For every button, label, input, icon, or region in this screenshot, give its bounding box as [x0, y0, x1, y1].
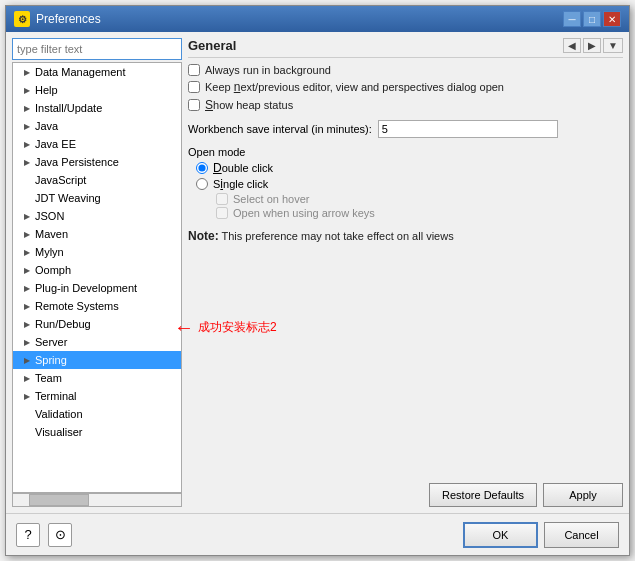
keep-editor-checkbox[interactable]	[188, 81, 200, 93]
sub-options: Select on hover Open when using arrow ke…	[216, 193, 623, 219]
tree-item-server[interactable]: ▶Server	[13, 333, 181, 351]
show-heap-row: Show heap status	[188, 98, 623, 112]
show-heap-checkbox[interactable]	[188, 99, 200, 111]
panel-title: General	[188, 38, 236, 53]
preferences-icon-button[interactable]: ⊙	[48, 523, 72, 547]
tree-arrow-jdt-weaving	[21, 192, 33, 204]
left-panel: ▶Data Management▶Help▶Install/Update▶Jav…	[12, 38, 182, 507]
tree-item-oomph[interactable]: ▶Oomph	[13, 261, 181, 279]
close-button[interactable]: ✕	[603, 11, 621, 27]
open-arrow-checkbox[interactable]	[216, 207, 228, 219]
tree-label-java-persistence: Java Persistence	[35, 156, 119, 168]
tree-item-spring[interactable]: ▶Spring	[13, 351, 181, 369]
title-controls: ─ □ ✕	[563, 11, 621, 27]
tree-item-terminal[interactable]: ▶Terminal	[13, 387, 181, 405]
tree-arrow-remote-systems: ▶	[21, 300, 33, 312]
workbench-save-input[interactable]	[378, 120, 558, 138]
tree-label-maven: Maven	[35, 228, 68, 240]
tree-label-visualiser: Visualiser	[35, 426, 83, 438]
tree-arrow-plugin-development: ▶	[21, 282, 33, 294]
annotation-arrow-icon: ←	[174, 317, 194, 337]
tree-item-visualiser[interactable]: Visualiser	[13, 423, 181, 441]
tree-arrow-run-debug: ▶	[21, 318, 33, 330]
radio-group: Double click Single click	[196, 161, 623, 191]
panel-nav: ◀ ▶ ▼	[563, 38, 623, 53]
tree-item-mylyn[interactable]: ▶Mylyn	[13, 243, 181, 261]
tree-item-java-ee[interactable]: ▶Java EE	[13, 135, 181, 153]
double-click-label: Double click	[213, 161, 273, 175]
workbench-save-label: Workbench save interval (in minutes):	[188, 123, 372, 135]
tree-label-spring: Spring	[35, 354, 67, 366]
forward-button[interactable]: ▶	[583, 38, 601, 53]
footer-right: OK Cancel	[463, 522, 619, 548]
tree-label-mylyn: Mylyn	[35, 246, 64, 258]
double-click-radio[interactable]	[196, 162, 208, 174]
tree-arrow-java-ee: ▶	[21, 138, 33, 150]
tree-item-java[interactable]: ▶Java	[13, 117, 181, 135]
tree-label-plugin-development: Plug-in Development	[35, 282, 137, 294]
tree-item-help[interactable]: ▶Help	[13, 81, 181, 99]
tree-container[interactable]: ▶Data Management▶Help▶Install/Update▶Jav…	[12, 62, 182, 493]
restore-defaults-button[interactable]: Restore Defaults	[429, 483, 537, 507]
open-mode-section: Open mode Double click Single click	[188, 146, 623, 219]
tree-item-run-debug[interactable]: ▶Run/Debug	[13, 315, 181, 333]
tree-item-java-persistence[interactable]: ▶Java Persistence	[13, 153, 181, 171]
nav-dropdown-button[interactable]: ▼	[603, 38, 623, 53]
tree-label-java: Java	[35, 120, 58, 132]
tree-arrow-oomph: ▶	[21, 264, 33, 276]
keep-editor-label: Keep next/previous editor, view and pers…	[205, 80, 504, 94]
tree-arrow-mylyn: ▶	[21, 246, 33, 258]
tree-label-remote-systems: Remote Systems	[35, 300, 119, 312]
tree-item-maven[interactable]: ▶Maven	[13, 225, 181, 243]
apply-button[interactable]: Apply	[543, 483, 623, 507]
maximize-button[interactable]: □	[583, 11, 601, 27]
tree-label-java-ee: Java EE	[35, 138, 76, 150]
double-click-row: Double click	[196, 161, 623, 175]
always-run-row: Always run in background	[188, 64, 623, 76]
tree-item-plugin-development[interactable]: ▶Plug-in Development	[13, 279, 181, 297]
tree-label-json: JSON	[35, 210, 64, 222]
scrollbar-thumb[interactable]	[29, 494, 89, 506]
tree-arrow-spring: ▶	[21, 354, 33, 366]
tree-item-data-management[interactable]: ▶Data Management	[13, 63, 181, 81]
tree-item-validation[interactable]: Validation	[13, 405, 181, 423]
preferences-dialog: ⚙ Preferences ─ □ ✕ ▶Data Management▶Hel…	[5, 5, 630, 556]
tree-arrow-data-management: ▶	[21, 66, 33, 78]
right-panel: General ◀ ▶ ▼ Always run in background K…	[188, 38, 623, 507]
title-bar-left: ⚙ Preferences	[14, 11, 101, 27]
panel-header: General ◀ ▶ ▼	[188, 38, 623, 58]
restore-apply-row: Restore Defaults Apply	[188, 483, 623, 507]
tree-arrow-team: ▶	[21, 372, 33, 384]
tree-label-terminal: Terminal	[35, 390, 77, 402]
tree-item-install-update[interactable]: ▶Install/Update	[13, 99, 181, 117]
single-click-radio[interactable]	[196, 178, 208, 190]
cancel-button[interactable]: Cancel	[544, 522, 619, 548]
minimize-button[interactable]: ─	[563, 11, 581, 27]
single-click-row: Single click	[196, 177, 623, 191]
window-icon: ⚙	[14, 11, 30, 27]
window-title: Preferences	[36, 12, 101, 26]
tree-arrow-java-persistence: ▶	[21, 156, 33, 168]
filter-input[interactable]	[12, 38, 182, 60]
tree-item-remote-systems[interactable]: ▶Remote Systems	[13, 297, 181, 315]
keep-editor-row: Keep next/previous editor, view and pers…	[188, 80, 623, 94]
help-icon-button[interactable]: ?	[16, 523, 40, 547]
single-click-label: Single click	[213, 177, 268, 191]
tree-item-team[interactable]: ▶Team	[13, 369, 181, 387]
annotation-container: ← 成功安装标志2	[174, 317, 277, 337]
tree-label-run-debug: Run/Debug	[35, 318, 91, 330]
back-button[interactable]: ◀	[563, 38, 581, 53]
ok-button[interactable]: OK	[463, 522, 538, 548]
tree-item-json[interactable]: ▶JSON	[13, 207, 181, 225]
always-run-checkbox[interactable]	[188, 64, 200, 76]
tree-arrow-visualiser	[21, 426, 33, 438]
always-run-label: Always run in background	[205, 64, 331, 76]
tree-label-server: Server	[35, 336, 67, 348]
horizontal-scrollbar[interactable]	[12, 493, 182, 507]
main-content: ▶Data Management▶Help▶Install/Update▶Jav…	[6, 32, 629, 513]
tree-label-data-management: Data Management	[35, 66, 126, 78]
select-hover-checkbox[interactable]	[216, 193, 228, 205]
tree-item-jdt-weaving[interactable]: JDT Weaving	[13, 189, 181, 207]
tree-arrow-maven: ▶	[21, 228, 33, 240]
tree-item-javascript[interactable]: JavaScript	[13, 171, 181, 189]
